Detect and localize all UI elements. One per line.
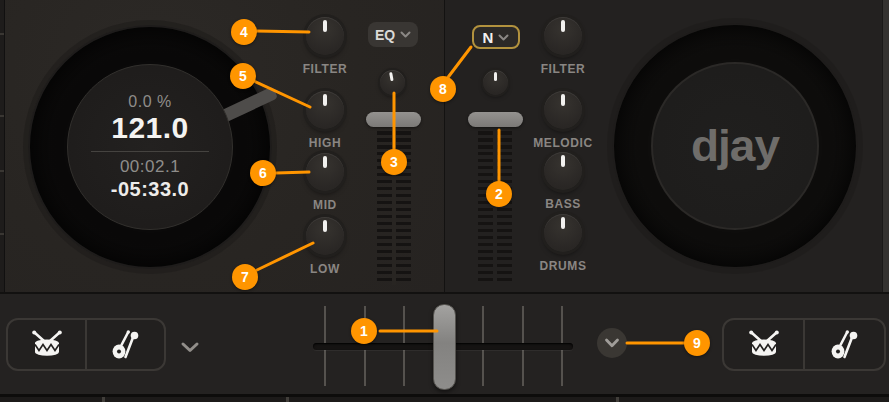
left-high-knob-block: HIGH [280, 91, 370, 150]
eq-mode-dropdown[interactable]: EQ [368, 22, 418, 47]
lower-panel-row [0, 397, 889, 402]
lower-panel-divider [616, 397, 619, 402]
left-filter-knob-block: FILTER [280, 17, 370, 76]
bpm-readout: 121.0 [111, 111, 189, 146]
left-drums-button[interactable] [8, 320, 85, 369]
tempo-readout: 0.0 % [128, 93, 171, 111]
chevron-down-icon [498, 34, 509, 41]
bass-knob-block: BASS [518, 152, 608, 211]
callout-8-neural-mix-dropdown: 8 [430, 76, 456, 102]
drum-icon [746, 330, 782, 360]
right-filter-knob-block: FILTER [518, 17, 608, 76]
left-expand-button[interactable] [179, 339, 201, 355]
bass-knob-label: BASS [545, 197, 581, 211]
edge-tick [0, 233, 4, 235]
left-filter-knob[interactable] [306, 17, 344, 55]
callout-4-filter-knob: 4 [231, 19, 257, 45]
left-platter-display: 0.0 % 121.0 00:02.1 -05:33.0 [67, 64, 233, 230]
edge-tick [0, 33, 4, 35]
right-filter-knob-label: FILTER [541, 62, 586, 76]
instruments-icon [108, 330, 144, 360]
left-high-knob-label: HIGH [309, 136, 341, 150]
callout-1-crossfader: 1 [351, 318, 377, 344]
chevron-down-icon [604, 338, 620, 348]
eq-mode-label: EQ [375, 27, 395, 43]
right-library-toggle-group [722, 318, 886, 371]
left-gain-knob[interactable] [380, 70, 405, 95]
callout-3-left-volume-fader: 3 [381, 149, 407, 175]
right-jog-wheel[interactable]: djay [612, 23, 858, 269]
left-jog-wheel[interactable]: 0.0 % 121.0 00:02.1 -05:33.0 [28, 25, 272, 269]
djay-mixer-view: 0.0 % 121.0 00:02.1 -05:33.0 djay FILTER… [0, 0, 889, 402]
remaining-time-readout: -05:33.0 [111, 177, 190, 201]
left-instruments-button[interactable] [85, 320, 164, 369]
djay-logo: djay [691, 120, 779, 172]
crossfader-handle[interactable] [433, 304, 456, 390]
left-filter-knob-label: FILTER [303, 62, 348, 76]
right-filter-knob[interactable] [544, 17, 582, 55]
lower-panel-divider [286, 397, 289, 402]
drums-knob[interactable] [544, 214, 582, 252]
right-drums-button[interactable] [724, 320, 803, 369]
display-divider [91, 151, 209, 152]
drum-icon [29, 330, 65, 360]
left-volume-fader-handle[interactable] [366, 112, 421, 127]
edge-tick [0, 115, 4, 117]
left-high-knob[interactable] [306, 91, 344, 129]
right-gain-knob[interactable] [483, 70, 508, 95]
bass-knob[interactable] [544, 152, 582, 190]
right-volume-fader-track[interactable] [478, 131, 512, 285]
right-panel-edge [882, 0, 889, 292]
callout-6-mid-knob: 6 [250, 160, 276, 186]
drums-knob-label: DRUMS [540, 259, 587, 273]
elapsed-time-readout: 00:02.1 [120, 157, 180, 177]
left-library-toggle-group [6, 318, 166, 371]
deck-divider [444, 0, 445, 292]
instruments-icon [827, 330, 863, 360]
left-low-knob[interactable] [306, 217, 344, 255]
chevron-down-icon [180, 341, 200, 353]
edge-tick [0, 170, 4, 172]
callout-2-right-volume-fader: 2 [486, 181, 512, 207]
right-instruments-button[interactable] [803, 320, 884, 369]
lower-panel-divider [102, 397, 105, 402]
left-mid-knob-block: MID [280, 153, 370, 212]
callout-9-expand-button: 9 [684, 330, 710, 356]
left-low-knob-label: LOW [310, 262, 340, 276]
melodic-knob-block: MELODIC [518, 91, 608, 150]
left-mid-knob[interactable] [306, 153, 344, 191]
melodic-knob[interactable] [544, 91, 582, 129]
right-expand-button[interactable] [597, 328, 627, 358]
right-platter-display: djay [651, 62, 819, 230]
left-mid-knob-label: MID [313, 198, 337, 212]
callout-5-high-knob: 5 [230, 63, 256, 89]
callout-7-low-knob: 7 [232, 264, 258, 290]
neural-mix-dropdown[interactable]: N [472, 25, 520, 49]
neural-mix-label: N [483, 29, 494, 46]
left-low-knob-block: LOW [280, 217, 370, 276]
chevron-down-icon [400, 31, 411, 38]
melodic-knob-label: MELODIC [533, 136, 593, 150]
drums-knob-block: DRUMS [518, 214, 608, 273]
right-volume-fader-handle[interactable] [468, 112, 523, 127]
